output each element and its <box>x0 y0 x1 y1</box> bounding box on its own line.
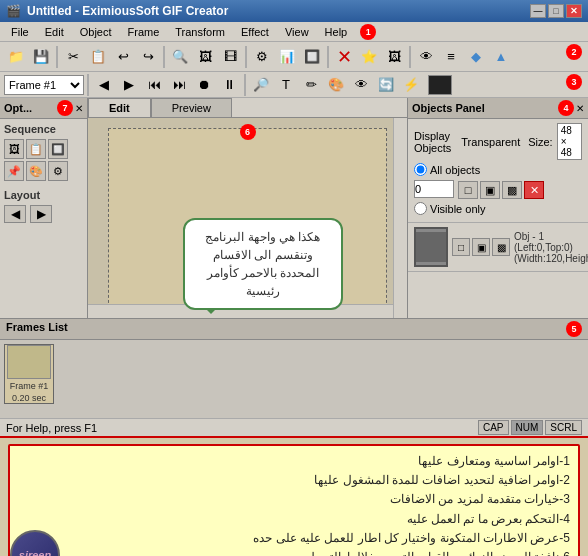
obj-display-row: Display Objects Transparent Size: 48 × 4… <box>414 123 582 160</box>
bubble-line1: هكذا هي واجهة البرنامج <box>195 228 331 246</box>
seq-icon-1[interactable]: 🖼 <box>4 139 24 159</box>
seq-icon-6[interactable]: ⚙ <box>48 161 68 181</box>
tb-img2[interactable]: 🖼 <box>382 45 406 69</box>
center-area: Edit Preview هكذا هي واجهة البرنامج وتنق… <box>88 98 408 318</box>
thumb-icon-3[interactable]: ▩ <box>492 238 510 256</box>
display-objects-label: Display Objects <box>414 130 453 154</box>
seq-icon-2[interactable]: 📋 <box>26 139 46 159</box>
info-item-6: 6-نافذة العرض النهائي والقيام بالتحرير خ… <box>18 548 570 556</box>
left-panel-close[interactable]: ✕ <box>75 103 83 114</box>
tb-new[interactable]: 📁 <box>4 45 28 69</box>
tb2-refresh[interactable]: 🔄 <box>374 73 398 97</box>
speech-bubble: هكذا هي واجهة البرنامج وتنقسم الى الاقسا… <box>183 218 343 310</box>
tb-copy[interactable]: 📋 <box>86 45 110 69</box>
canvas-scrollbar-v[interactable] <box>393 118 407 318</box>
obj-icon-delete[interactable]: ✕ <box>524 181 544 199</box>
menu-badge: 1 <box>360 24 376 40</box>
tb-redo[interactable]: ↪ <box>136 45 160 69</box>
left-panel-title: Opt... <box>4 102 32 114</box>
tb2-text[interactable]: T <box>274 73 298 97</box>
tb-delete[interactable]: ✕ <box>332 45 356 69</box>
tb-undo[interactable]: ↩ <box>111 45 135 69</box>
info-item-2: 2-اوامر اضافية لتحديد اضافات للمدة المشغ… <box>18 471 570 490</box>
sequence-label: Sequence <box>4 123 83 135</box>
size-value: 48 × 48 <box>557 123 582 160</box>
tb2-last[interactable]: ⏭ <box>167 73 191 97</box>
frame-select[interactable]: Frame #1 <box>4 75 84 95</box>
menu-effect[interactable]: Effect <box>234 23 276 41</box>
thumb-icon-1[interactable]: □ <box>452 238 470 256</box>
objects-panel-close[interactable]: ✕ <box>576 103 584 114</box>
tb2-first[interactable]: ⏮ <box>142 73 166 97</box>
tb-blue[interactable]: ◆ <box>464 45 488 69</box>
layout-label: Layout <box>4 189 83 201</box>
menu-object[interactable]: Object <box>73 23 119 41</box>
tb-settings[interactable]: ⚙ <box>250 45 274 69</box>
frame-1-thumb[interactable]: Frame #1 0.20 sec <box>4 344 54 404</box>
menu-frame[interactable]: Frame <box>121 23 167 41</box>
tb-tri[interactable]: ▲ <box>489 45 513 69</box>
menu-file[interactable]: File <box>4 23 36 41</box>
menu-view[interactable]: View <box>278 23 316 41</box>
tb-zoom[interactable]: 🔍 <box>168 45 192 69</box>
frames-badge: 5 <box>566 321 582 337</box>
tb-star[interactable]: ⭐ <box>357 45 381 69</box>
obj-icons: □ ▣ ▩ ✕ <box>458 181 544 199</box>
objects-panel-title: Objects Panel <box>412 102 485 114</box>
app-icon: 🎬 <box>6 4 21 18</box>
tb2-edit[interactable]: ✏ <box>299 73 323 97</box>
visible-only-radio[interactable]: Visible only <box>414 202 485 215</box>
menu-transform[interactable]: Transform <box>168 23 232 41</box>
menu-edit[interactable]: Edit <box>38 23 71 41</box>
tb-list[interactable]: ≡ <box>439 45 463 69</box>
seq-icon-4[interactable]: 📌 <box>4 161 24 181</box>
tb-view[interactable]: 👁 <box>414 45 438 69</box>
trans-input[interactable] <box>414 180 454 198</box>
tb-image[interactable]: 🖼 <box>193 45 217 69</box>
obj-icon-1[interactable]: □ <box>458 181 478 199</box>
close-button[interactable]: ✕ <box>566 4 582 18</box>
tb2-fwd[interactable]: ▶ <box>117 73 141 97</box>
obj-icon-2[interactable]: ▣ <box>480 181 500 199</box>
tab-edit[interactable]: Edit <box>88 98 151 117</box>
canvas-badge: 6 <box>240 124 256 140</box>
objects-panel-header: Objects Panel 4 ✕ <box>408 98 588 119</box>
logo-text: sireen <box>19 549 51 556</box>
obj-size: (Width:120,Height:120) <box>514 253 588 264</box>
seq-icon-3[interactable]: 🔲 <box>48 139 68 159</box>
tb2-flash[interactable]: ⚡ <box>399 73 423 97</box>
info-panel: 1-اوامر اساسية ومتعارف عليها 2-اوامر اضا… <box>8 444 580 556</box>
menu-bar: File Edit Object Frame Transform Effect … <box>0 22 588 42</box>
obj-info: Obj - 1 (Left:0,Top:0) (Width:120,Height… <box>514 231 588 264</box>
all-objects-radio[interactable]: All objects <box>414 163 480 176</box>
obj-icon-3[interactable]: ▩ <box>502 181 522 199</box>
bubble-line2: وتنقسم الى الاقسام <box>195 246 331 264</box>
frames-list-header: Frames List 5 <box>0 319 588 340</box>
minimize-button[interactable]: — <box>530 4 546 18</box>
tb-film[interactable]: 🎞 <box>218 45 242 69</box>
obj-thumbnail <box>414 227 448 267</box>
tb-chart[interactable]: 📊 <box>275 45 299 69</box>
tb2-record[interactable]: ⏺ <box>192 73 216 97</box>
frame-1-label: Frame #1 <box>10 381 49 391</box>
arrow-left[interactable]: ◀ <box>4 205 26 223</box>
bubble-line3: المحددة بالاحمر كأوامر <box>195 264 331 282</box>
seq-icon-5[interactable]: 🎨 <box>26 161 46 181</box>
tb-rect[interactable]: 🔲 <box>300 45 324 69</box>
arrow-right[interactable]: ▶ <box>30 205 52 223</box>
tab-preview[interactable]: Preview <box>151 98 232 117</box>
tb2-back[interactable]: ◀ <box>92 73 116 97</box>
frames-list: Frames List 5 Frame #1 0.20 sec <box>0 318 588 418</box>
bubble-line4: رئيسية <box>195 282 331 300</box>
tb2-eye[interactable]: 👁 <box>349 73 373 97</box>
maximize-button[interactable]: □ <box>548 4 564 18</box>
tb2-zoom[interactable]: 🔎 <box>249 73 273 97</box>
tb-save[interactable]: 💾 <box>29 45 53 69</box>
thumb-icon-2[interactable]: ▣ <box>472 238 490 256</box>
tb-cut[interactable]: ✂ <box>61 45 85 69</box>
color-swatch[interactable] <box>428 75 452 95</box>
tb2-pause[interactable]: ⏸ <box>217 73 241 97</box>
tb2-color[interactable]: 🎨 <box>324 73 348 97</box>
menu-help[interactable]: Help <box>318 23 355 41</box>
left-panel-header: Opt... 7 ✕ <box>0 98 87 119</box>
